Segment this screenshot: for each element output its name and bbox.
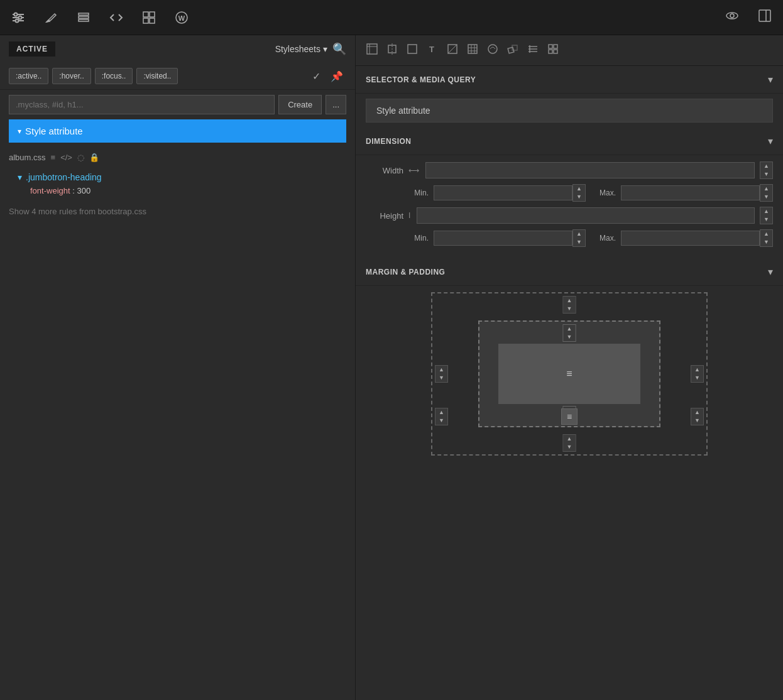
rule-selector[interactable]: ▾ .jumbotron-heading bbox=[18, 172, 346, 182]
table-icon[interactable] bbox=[464, 40, 481, 60]
margin-top-down[interactable]: ▼ bbox=[564, 305, 576, 313]
height-down[interactable]: ▼ bbox=[760, 216, 772, 224]
toolbar-icon-dock[interactable] bbox=[754, 5, 775, 30]
rule-item: ▾ .jumbotron-heading font-weight : 300 bbox=[0, 167, 355, 200]
dimension-chevron[interactable]: ▾ bbox=[768, 135, 773, 147]
padding-top-spinner[interactable]: ▲ ▼ bbox=[563, 324, 576, 342]
svg-rect-19 bbox=[367, 44, 377, 54]
pseudo-hover[interactable]: :hover.. bbox=[52, 68, 90, 84]
margin-top-spinner[interactable]: ▲ ▼ bbox=[563, 296, 576, 314]
list-icon[interactable]: ≡ bbox=[51, 153, 56, 162]
height-min-up[interactable]: ▲ bbox=[573, 230, 585, 238]
effects-icon[interactable] bbox=[484, 40, 501, 60]
margin-left-up[interactable]: ▲ bbox=[435, 366, 447, 374]
right-mid-down[interactable]: ▼ bbox=[691, 417, 703, 425]
stylesheets-button[interactable]: Stylesheets ▾ bbox=[275, 44, 327, 54]
margin-right-spinner[interactable]: ▲ ▼ bbox=[691, 365, 704, 383]
height-max-up[interactable]: ▲ bbox=[760, 230, 772, 238]
width-input[interactable] bbox=[425, 162, 755, 178]
toolbar-icon-wordpress[interactable]: W bbox=[171, 7, 192, 28]
main-layout: ACTIVE Stylesheets ▾ 🔍 :active.. :hover.… bbox=[0, 35, 783, 700]
rule-property: font-weight : 300 bbox=[18, 186, 346, 195]
height-max-spinner[interactable]: ▲ ▼ bbox=[760, 229, 773, 247]
height-max-input[interactable] bbox=[621, 231, 760, 246]
chevron-down-icon: ▾ bbox=[18, 127, 21, 136]
pseudo-focus[interactable]: :focus.. bbox=[95, 68, 133, 84]
width-min-up[interactable]: ▲ bbox=[573, 185, 585, 193]
text-icon[interactable]: T bbox=[424, 40, 441, 60]
width-min-input[interactable] bbox=[434, 185, 572, 200]
width-max-down[interactable]: ▼ bbox=[760, 193, 772, 201]
search-button[interactable]: 🔍 bbox=[332, 42, 346, 56]
create-button[interactable]: Create bbox=[278, 95, 322, 114]
show-more-rules[interactable]: Show 4 more rules from bootstrap.css bbox=[0, 200, 355, 222]
pseudo-class-row: :active.. :hover.. :focus.. :visited.. ✓… bbox=[0, 63, 355, 90]
right-mid-up[interactable]: ▲ bbox=[691, 408, 703, 417]
checkmark-icon[interactable]: ✓ bbox=[309, 68, 324, 84]
height-min-spinner[interactable]: ▲ ▼ bbox=[572, 229, 586, 247]
toolbar-icon-sliders[interactable] bbox=[8, 7, 29, 28]
gradient-icon[interactable] bbox=[444, 40, 461, 60]
list-style-icon[interactable] bbox=[524, 40, 542, 60]
left-mid-spinner[interactable]: ▲ ▼ bbox=[435, 408, 448, 425]
height-up[interactable]: ▲ bbox=[760, 207, 772, 216]
margin-right-down[interactable]: ▼ bbox=[691, 374, 703, 382]
selector-media-section-header: SELECTOR & MEDIA QUERY ▾ bbox=[356, 66, 783, 94]
margin-left-down[interactable]: ▼ bbox=[435, 374, 447, 382]
lock-icon[interactable]: 🔒 bbox=[89, 153, 99, 162]
width-max-spinner[interactable]: ▲ ▼ bbox=[760, 184, 773, 202]
margin-top-up[interactable]: ▲ bbox=[564, 297, 576, 305]
active-badge: ACTIVE bbox=[9, 41, 55, 57]
width-min-down[interactable]: ▼ bbox=[573, 193, 585, 201]
transform-icon[interactable] bbox=[504, 40, 522, 60]
left-mid-up[interactable]: ▲ bbox=[435, 408, 447, 417]
width-spinner[interactable]: ▲ ▼ bbox=[760, 161, 773, 179]
svg-rect-11 bbox=[143, 18, 148, 23]
height-max-down[interactable]: ▼ bbox=[760, 238, 772, 246]
width-max-input[interactable] bbox=[621, 185, 760, 200]
width-max-wrap: ▲ ▼ bbox=[621, 184, 773, 202]
style-attribute-item[interactable]: ▾ Style attribute bbox=[9, 119, 346, 143]
height-spinner[interactable]: ▲ ▼ bbox=[760, 207, 773, 224]
pin-icon[interactable]: 📌 bbox=[327, 68, 346, 84]
height-min-down[interactable]: ▼ bbox=[573, 238, 585, 246]
width-down[interactable]: ▼ bbox=[760, 170, 772, 178]
margin-right-up[interactable]: ▲ bbox=[691, 366, 703, 374]
margin-padding-content: ▲ ▼ ▲ ▼ ▲ ▼ ▲ ▼ bbox=[356, 286, 783, 462]
code-icon[interactable]: </> bbox=[60, 153, 72, 162]
margin-bottom-down[interactable]: ▼ bbox=[564, 443, 576, 451]
toolbar-icon-list[interactable] bbox=[73, 7, 94, 28]
box-icon[interactable] bbox=[403, 40, 421, 60]
height-icon: I bbox=[408, 211, 410, 220]
toolbar-icon-code[interactable] bbox=[106, 7, 127, 28]
margin-padding-section-header: MARGIN & PADDING ▾ bbox=[356, 258, 783, 286]
svg-rect-40 bbox=[549, 45, 552, 48]
padding-top-down[interactable]: ▼ bbox=[564, 333, 576, 341]
selector-input[interactable] bbox=[9, 95, 275, 114]
more-button[interactable]: ... bbox=[326, 95, 346, 114]
selector-media-chevron[interactable]: ▾ bbox=[768, 74, 773, 85]
align-icon[interactable] bbox=[383, 40, 401, 60]
height-input[interactable] bbox=[417, 207, 755, 224]
left-mid-down[interactable]: ▼ bbox=[435, 417, 447, 425]
margin-padding-chevron[interactable]: ▾ bbox=[768, 266, 773, 278]
margin-left-spinner[interactable]: ▲ ▼ bbox=[435, 365, 448, 383]
eye-off-icon[interactable]: ◌ bbox=[77, 153, 84, 162]
pseudo-visited[interactable]: :visited.. bbox=[136, 68, 178, 84]
margin-bottom-spinner[interactable]: ▲ ▼ bbox=[563, 434, 576, 452]
width-min-spinner[interactable]: ▲ ▼ bbox=[572, 184, 586, 202]
height-min-input[interactable] bbox=[434, 231, 572, 246]
width-up[interactable]: ▲ bbox=[760, 162, 772, 170]
grid-layout-icon[interactable] bbox=[544, 40, 562, 60]
toolbar-icon-grid[interactable] bbox=[138, 7, 160, 28]
width-max-up[interactable]: ▲ bbox=[760, 185, 772, 193]
select-icon[interactable] bbox=[363, 40, 381, 60]
top-toolbar: W bbox=[0, 0, 783, 35]
toolbar-icon-eye[interactable] bbox=[721, 5, 743, 30]
margin-bottom-up[interactable]: ▲ bbox=[564, 435, 576, 443]
padding-top-up[interactable]: ▲ bbox=[564, 325, 576, 333]
toolbar-icon-pen[interactable] bbox=[40, 7, 62, 28]
right-mid-spinner[interactable]: ▲ ▼ bbox=[691, 408, 704, 425]
height-min-wrap: ▲ ▼ bbox=[434, 229, 586, 247]
pseudo-active[interactable]: :active.. bbox=[9, 68, 48, 84]
